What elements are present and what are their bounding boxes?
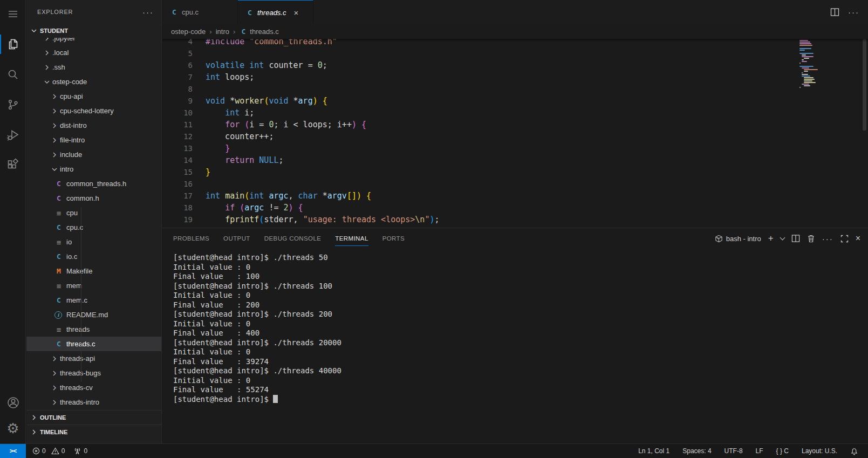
kill-terminal-trash-icon[interactable]	[807, 234, 815, 243]
run-debug-icon[interactable]	[0, 122, 26, 148]
tree-item-include[interactable]: include	[26, 147, 161, 162]
panel-tab-terminal[interactable]: TERMINAL	[335, 228, 368, 249]
tree-item-threads-bugs[interactable]: threads-bugs	[26, 366, 161, 380]
ports-indicator[interactable]: 0	[70, 447, 91, 455]
section-outline[interactable]: OUTLINE	[26, 410, 161, 424]
extensions-icon[interactable]	[0, 152, 26, 178]
minimap[interactable]	[799, 40, 828, 88]
tree-item-mem[interactable]: ≡mem	[26, 278, 161, 293]
tree-item-cpu-api[interactable]: cpu-api	[26, 89, 161, 104]
cursor-position[interactable]: Ln 1, Col 1	[634, 447, 674, 455]
tree-item-readme.md[interactable]: iREADME.md	[26, 307, 161, 322]
account-icon[interactable]	[0, 389, 26, 415]
chevron-right-icon	[50, 151, 59, 159]
tree-item-common.h[interactable]: Ccommon.h	[26, 191, 161, 206]
code-line-19[interactable]: 19 fprintf(stderr, "usage: threads <loop…	[162, 214, 868, 225]
editor-more-actions-icon[interactable]: ···	[848, 8, 859, 17]
tree-item-io[interactable]: ≡io	[26, 235, 161, 249]
remote-indicator[interactable]: ><	[0, 444, 26, 458]
tree-item-mem.c[interactable]: Cmem.c	[26, 293, 161, 307]
maximize-panel-icon[interactable]	[840, 235, 849, 243]
code-line-6[interactable]: 6volatile int counter = 0;	[162, 59, 868, 71]
new-terminal-icon[interactable]: +	[768, 233, 774, 244]
explorer-icon[interactable]	[0, 31, 26, 57]
tree-item-threads-cv[interactable]: threads-cv	[26, 380, 161, 395]
language-mode[interactable]: { } C	[772, 447, 793, 455]
problems-indicator[interactable]: 0 0	[29, 447, 68, 455]
code-line-10[interactable]: 10 int i;	[162, 107, 868, 119]
editor-scrollbar[interactable]	[863, 39, 866, 131]
tree-item-.ssh[interactable]: .ssh	[26, 60, 161, 74]
tree-item-intro[interactable]: intro	[26, 162, 161, 176]
breadcrumb-item[interactable]: intro	[216, 28, 229, 36]
terminal-prompt[interactable]: [student@head intro]$	[173, 395, 863, 405]
panel-tab-output[interactable]: OUTPUT	[223, 228, 250, 249]
tree-item-threads-intro[interactable]: threads-intro	[26, 395, 161, 409]
notifications-bell-icon[interactable]	[846, 447, 863, 455]
tree-item-dist-intro[interactable]: dist-intro	[26, 118, 161, 133]
editor-group: Ccpu.cCthreads.c× ··· ostep-code›intro›C…	[162, 0, 868, 443]
tree-item-cpu.c[interactable]: Ccpu.c	[26, 220, 161, 235]
code-line-12[interactable]: 12 counter++;	[162, 131, 868, 142]
tree-item-io.c[interactable]: Cio.c	[26, 249, 161, 264]
code-line-17[interactable]: 17int main(int argc, char *argv[]) {	[162, 190, 868, 202]
breadcrumb-item[interactable]: threads.c	[250, 28, 278, 36]
tree-item-cpu-sched-lottery[interactable]: cpu-sched-lottery	[26, 104, 161, 118]
tree-item-.local[interactable]: .local	[26, 45, 161, 60]
terminal-dropdown-icon[interactable]	[781, 238, 784, 240]
tree-item-ostep-code[interactable]: ostep-code	[26, 74, 161, 89]
terminal-line: Initial value : 0	[173, 263, 863, 272]
menu-icon[interactable]	[0, 1, 26, 27]
breadcrumb[interactable]: ostep-code›intro›Cthreads.c	[162, 24, 868, 39]
tab-cpu-c[interactable]: Ccpu.c	[162, 0, 238, 24]
source-control-icon[interactable]	[0, 92, 26, 118]
tree-item-threads.c[interactable]: Cthreads.c	[26, 337, 161, 351]
split-terminal-icon[interactable]	[791, 234, 800, 243]
code-line-11[interactable]: 11 for (i = 0; i < loops; i++) {	[162, 119, 868, 131]
tree-item-threads[interactable]: ≡threads	[26, 322, 161, 337]
tree-item-file-intro[interactable]: file-intro	[26, 133, 161, 147]
terminal-output[interactable]: [student@head intro]$ ./threads 50Initia…	[173, 253, 863, 443]
keyboard-layout[interactable]: Layout: U.S.	[797, 447, 842, 455]
code-line-9[interactable]: 9void *worker(void *arg) {	[162, 95, 868, 107]
tab-threads-c[interactable]: Cthreads.c×	[238, 0, 313, 24]
breadcrumb-item[interactable]: ostep-code	[171, 28, 206, 36]
warning-icon	[51, 447, 59, 455]
tree-item-common-threads.h[interactable]: Ccommon_threads.h	[26, 176, 161, 191]
eol[interactable]: LF	[751, 447, 768, 455]
code-line-18[interactable]: 18 if (argc != 2) {	[162, 202, 868, 214]
panel-more-actions-icon[interactable]: ···	[822, 234, 833, 243]
tree-item-threads-api[interactable]: threads-api	[26, 351, 161, 366]
terminal-line: Initial value : 0	[173, 291, 863, 300]
split-editor-icon[interactable]	[830, 8, 839, 17]
section-timeline[interactable]: TIMELINE	[26, 425, 161, 439]
tree-item-makefile[interactable]: MMakefile	[26, 264, 161, 278]
code-line-15[interactable]: 15}	[162, 166, 868, 178]
code-editor[interactable]: 4#include "common_threads.h"56volatile i…	[162, 39, 868, 228]
encoding[interactable]: UTF-8	[720, 447, 747, 455]
code-line-7[interactable]: 7int loops;	[162, 71, 868, 83]
settings-gear-icon[interactable]: ⚙	[0, 415, 26, 441]
code-line-8[interactable]: 8	[162, 83, 868, 95]
search-icon[interactable]	[0, 61, 26, 87]
close-tab-icon[interactable]: ×	[293, 8, 298, 17]
code-line-14[interactable]: 14 return NULL;	[162, 154, 868, 166]
code-line-5[interactable]: 5	[162, 47, 868, 59]
close-panel-icon[interactable]: ×	[856, 234, 860, 243]
chevron-right-icon	[43, 63, 51, 72]
terminal-line: [student@head intro]$ ./threads 50	[173, 253, 863, 263]
code-line-13[interactable]: 13 }	[162, 142, 868, 154]
c-file-icon: C	[170, 8, 179, 16]
panel-tab-ports[interactable]: PORTS	[382, 228, 405, 249]
terminal-session-label[interactable]: bash - intro	[715, 235, 761, 243]
panel-tab-debug-console[interactable]: DEBUG CONSOLE	[264, 228, 322, 249]
section-student[interactable]: STUDENT	[26, 24, 161, 38]
code-line-16[interactable]: 16	[162, 178, 868, 190]
terminal-line: [student@head intro]$ ./threads 200	[173, 310, 863, 319]
panel-tab-problems[interactable]: PROBLEMS	[173, 228, 209, 249]
c-file-icon: C	[54, 223, 63, 231]
terminal-line: Final value : 100	[173, 272, 863, 282]
indentation[interactable]: Spaces: 4	[678, 447, 715, 455]
explorer-more-actions-icon[interactable]: ···	[142, 8, 154, 17]
tree-item-cpu[interactable]: ≡cpu	[26, 206, 161, 220]
